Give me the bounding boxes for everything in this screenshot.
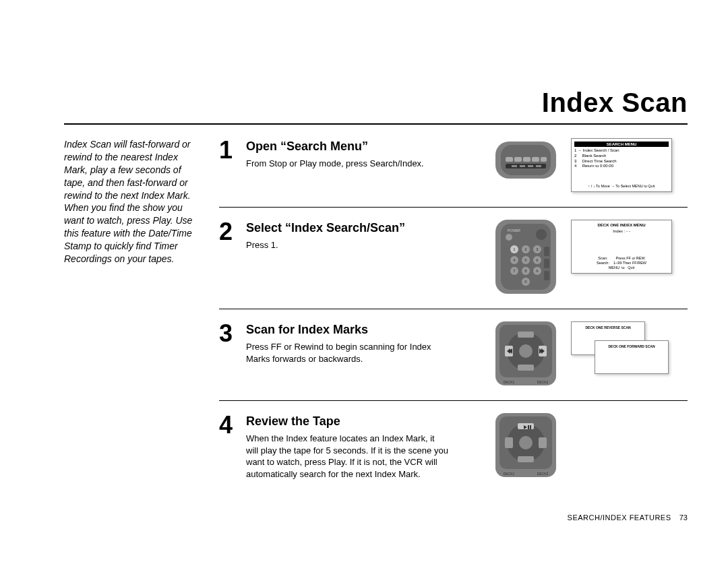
step-text: When the Index feature locates an Index …: [246, 433, 448, 480]
search-menu-screen: SEARCH MENU 1 → Index Search / Scan 2 Bl…: [571, 138, 672, 192]
screen-title: SEARCH MENU: [574, 142, 669, 147]
svg-point-15: [506, 234, 512, 241]
svg-rect-37: [544, 247, 549, 256]
svg-text:DECK1: DECK1: [504, 472, 515, 476]
svg-text:DECK2: DECK2: [537, 380, 549, 384]
step-1: 1 Open “Search Menu” From Stop or Play m…: [219, 138, 688, 207]
step-heading: Select “Index Search/Scan”: [246, 221, 479, 235]
step-3: 3 Scan for Index Marks Press FF or Rewin…: [219, 321, 688, 400]
svg-rect-61: [530, 425, 531, 429]
svg-rect-39: [544, 271, 549, 280]
svg-rect-9: [520, 165, 525, 167]
scan-screens: DECK ONE REVERSE SCAN DECK ONE FORWARD S…: [571, 321, 672, 375]
step-number: 2: [219, 220, 236, 294]
title-rule: [64, 123, 688, 125]
page-footer: SEARCH/INDEX FEATURES 73: [568, 513, 688, 522]
step-4: 4 Review the Tape When the Index feature…: [219, 413, 688, 495]
svg-rect-10: [528, 165, 533, 167]
remote-transport-illustration: DECK1 DECK2: [489, 413, 563, 477]
step-number: 4: [219, 413, 236, 480]
step-2: 2 Select “Index Search/Scan” Press 1. PO…: [219, 220, 688, 309]
remote-transport-illustration: DECK1 DECK2: [489, 321, 563, 385]
step-heading: Scan for Index Marks: [246, 323, 479, 337]
svg-rect-3: [514, 157, 522, 162]
svg-rect-45: [518, 365, 534, 371]
remote-numpad-illustration: POWER 1 2 3 4 5 6 7 8 9: [489, 220, 563, 294]
step-text: Press FF or Rewind to begin scanning for…: [246, 341, 448, 365]
svg-rect-2: [506, 157, 513, 162]
menu-line: 4 Return to 0:00:00: [574, 164, 669, 169]
intro-text: Index Scan will fast-forward or rewind t…: [64, 138, 202, 495]
svg-rect-4: [523, 157, 530, 162]
svg-rect-44: [518, 332, 534, 338]
step-divider: [219, 207, 688, 208]
index-menu-screen: DECK ONE INDEX MENU Index : - - Scan: Pr…: [571, 220, 672, 274]
screen-footer: ↑ / ↓ To Move → To Select MENU to Quit: [574, 184, 669, 189]
svg-rect-5: [532, 157, 539, 162]
menu-line: 2 Blank Search: [574, 154, 669, 159]
svg-point-57: [519, 436, 533, 449]
footer-page-number: 73: [679, 513, 688, 522]
menu-line: 3 Direct Time Search: [574, 159, 669, 164]
svg-rect-63: [505, 437, 513, 448]
svg-rect-11: [536, 165, 541, 167]
step-divider: [219, 400, 688, 401]
screen-line: Index : - -: [574, 229, 669, 233]
step-heading: Open “Search Menu”: [246, 139, 479, 154]
step-number: 3: [219, 321, 236, 385]
step-text: From Stop or Play mode, press Search/Ind…: [246, 158, 448, 170]
step-number: 1: [219, 138, 236, 192]
svg-text:DECK1: DECK1: [504, 380, 515, 384]
menu-line: 1 → Index Search / Scan: [574, 148, 669, 154]
svg-point-43: [519, 344, 533, 358]
svg-rect-8: [512, 165, 517, 167]
step-text: Press 1.: [246, 239, 448, 251]
svg-rect-58: [518, 423, 534, 429]
svg-rect-6: [541, 157, 547, 162]
remote-top-illustration: [489, 138, 563, 179]
footer-section: SEARCH/INDEX FEATURES: [568, 513, 671, 522]
screen-footer: Scan: Press FF or REW Search: 1~99 Then …: [574, 256, 669, 270]
svg-text:POWER: POWER: [508, 228, 520, 232]
svg-point-16: [536, 229, 547, 240]
svg-rect-60: [528, 425, 529, 429]
screen-title: DECK ONE INDEX MENU: [574, 223, 669, 227]
svg-rect-38: [544, 259, 549, 268]
svg-rect-64: [539, 437, 547, 448]
svg-text:DECK2: DECK2: [537, 472, 549, 476]
step-heading: Review the Tape: [246, 414, 479, 429]
forward-scan-screen: DECK ONE FORWARD SCAN: [595, 340, 669, 374]
step-divider: [219, 309, 688, 309]
svg-rect-62: [518, 456, 534, 462]
page-title: Index Scan: [64, 88, 688, 118]
